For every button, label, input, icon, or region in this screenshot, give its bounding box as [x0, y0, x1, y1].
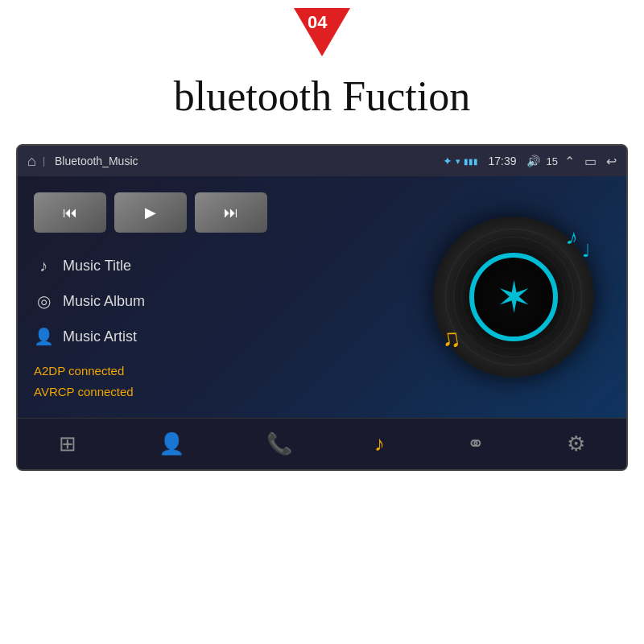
- artist-icon: 👤: [34, 327, 53, 346]
- music-artist-label: Music Artist: [63, 328, 137, 345]
- content-area: ⏮ ▶ ⏭ ♪ Music Title ◎ Music Album: [18, 176, 626, 418]
- music-album-row: ◎ Music Album: [34, 283, 417, 319]
- back-icon[interactable]: ↩: [606, 154, 617, 169]
- wifi-icon: ▾: [456, 156, 460, 167]
- badge-number: 04: [308, 12, 327, 33]
- apps-icon: ⊞: [59, 431, 76, 456]
- top-badge-area: 04: [0, 0, 644, 56]
- bluetooth-ring: ✶: [469, 253, 558, 341]
- app-name: Bluetooth_Music: [55, 155, 436, 167]
- phone-icon: 📞: [266, 431, 292, 456]
- home-icon[interactable]: ⌂: [27, 153, 36, 170]
- volume-level: 15: [547, 155, 558, 167]
- play-icon: ▶: [145, 204, 156, 221]
- nav-item-apps[interactable]: ⊞: [46, 428, 89, 460]
- music-album-label: Music Album: [63, 293, 145, 310]
- prev-button[interactable]: ⏮: [34, 192, 106, 233]
- link-icon: ⚭: [467, 431, 485, 456]
- music-nav-icon: ♪: [374, 431, 385, 456]
- album-icon: ◎: [34, 291, 53, 311]
- bluetooth-status-icon: ✦: [443, 155, 452, 167]
- status-bar: ⌂ | Bluetooth_Music ✦ ▾ ▮▮▮ 17:39 🔊 15 ⌃…: [18, 146, 626, 176]
- nav-item-music[interactable]: ♪: [361, 428, 398, 460]
- settings-icon: ⚙: [567, 431, 585, 456]
- page-title: bluetooth Fuction: [0, 56, 644, 144]
- badge-triangle: 04: [294, 8, 350, 56]
- a2dp-status: A2DP connected: [34, 361, 417, 382]
- music-note-decoration-1: ♪: [564, 224, 581, 252]
- music-title-label: Music Title: [63, 258, 131, 275]
- android-screen: ⌂ | Bluetooth_Music ✦ ▾ ▮▮▮ 17:39 🔊 15 ⌃…: [16, 144, 628, 471]
- music-title-row: ♪ Music Title: [34, 249, 417, 283]
- next-icon: ⏭: [224, 204, 238, 221]
- volume-icon: 🔊: [526, 155, 540, 167]
- nav-item-phone[interactable]: 📞: [254, 428, 305, 460]
- music-note-decoration-3: ♩: [582, 241, 590, 262]
- signal-icon: ▮▮▮: [464, 157, 478, 166]
- time-display: 17:39: [488, 155, 516, 167]
- contacts-icon: 👤: [159, 431, 184, 456]
- status-icons: ✦ ▾ ▮▮▮: [443, 155, 478, 167]
- right-panel: ✶ ♪ ♫ ♩: [417, 192, 610, 402]
- music-artist-row: 👤 Music Artist: [34, 319, 417, 354]
- window-icon[interactable]: ▭: [584, 154, 597, 169]
- nav-item-link[interactable]: ⚭: [454, 428, 497, 460]
- nav-item-settings[interactable]: ⚙: [554, 428, 598, 460]
- vinyl-disc: ✶ ♪ ♫ ♩: [433, 217, 594, 378]
- expand-icon[interactable]: ⌃: [564, 154, 575, 169]
- music-note-icon: ♪: [34, 257, 53, 275]
- bluetooth-icon: ✶: [496, 275, 532, 319]
- left-panel: ⏮ ▶ ⏭ ♪ Music Title ◎ Music Album: [34, 192, 417, 402]
- next-button[interactable]: ⏭: [195, 192, 267, 233]
- transport-controls: ⏮ ▶ ⏭: [34, 192, 417, 233]
- play-button[interactable]: ▶: [114, 192, 187, 233]
- connection-status: A2DP connected AVRCP connected: [34, 361, 417, 402]
- nav-item-contacts[interactable]: 👤: [146, 428, 197, 460]
- bottom-nav: ⊞ 👤 📞 ♪ ⚭ ⚙: [18, 418, 626, 469]
- prev-icon: ⏮: [63, 204, 77, 221]
- avrcp-status: AVRCP connected: [34, 382, 417, 402]
